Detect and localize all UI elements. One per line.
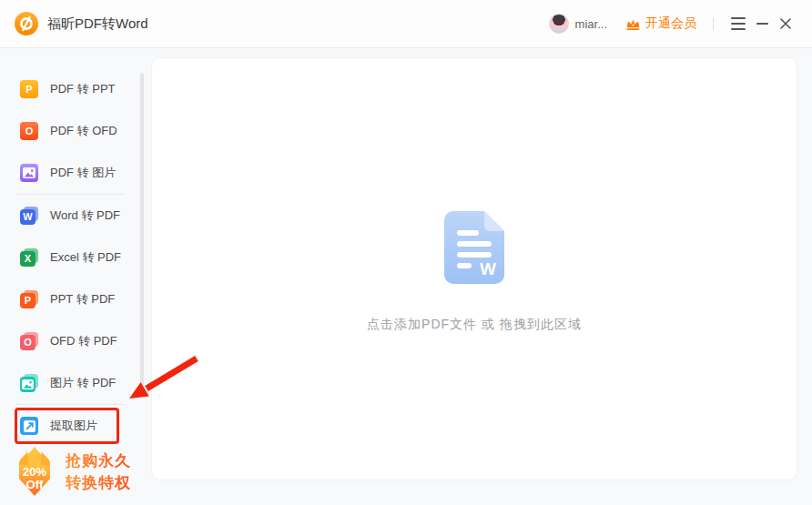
discount-percent: 20% [23, 465, 46, 479]
sidebar-item-label: PPT 转 PDF [50, 291, 115, 308]
menu-button[interactable] [726, 12, 750, 35]
titlebar-divider [713, 17, 714, 31]
sidebar-item-label: 图片 转 PDF [50, 375, 116, 391]
promo-line-1: 抢购永久 [66, 450, 131, 472]
close-icon [779, 17, 792, 30]
sidebar-item-label: PDF 转 OFD [50, 123, 117, 139]
sidebar-item-label: PDF 转 图片 [50, 165, 116, 181]
sidebar-item-pdf-to-image[interactable]: PDF 转 图片 [0, 152, 151, 194]
extract-images-icon [20, 417, 38, 435]
account-button[interactable]: miar... [549, 14, 607, 34]
sidebar-item-word-to-pdf[interactable]: W Word 转 PDF [0, 195, 151, 237]
app-title: 福昕PDF转Word [47, 15, 148, 33]
vip-label: 开通会员 [645, 15, 696, 32]
svg-text:W: W [480, 259, 496, 278]
dropzone[interactable]: W 点击添加PDF文件 或 拖拽到此区域 [151, 57, 797, 480]
sidebar: P PDF 转 PPT O PDF 转 OFD PDF 转 图片 W Word … [0, 48, 151, 505]
ofd-to-pdf-icon: O [20, 332, 38, 350]
pdf-to-ofd-icon: O [20, 122, 38, 140]
promo-banner[interactable]: 20% Off 抢购永久 转换特权 [11, 446, 131, 499]
excel-to-pdf-icon: X [20, 248, 38, 267]
pdf-to-ppt-icon: P [20, 80, 38, 98]
user-avatar [549, 14, 569, 34]
user-name: miar... [575, 17, 607, 31]
minimize-button[interactable] [750, 12, 774, 35]
word-to-pdf-icon: W [20, 207, 38, 225]
sidebar-scrollbar[interactable] [140, 73, 144, 386]
vip-button[interactable]: 开通会员 [625, 15, 696, 32]
pdf-to-image-icon [20, 164, 38, 182]
crown-icon [625, 17, 641, 31]
sidebar-item-pdf-to-ofd[interactable]: O PDF 转 OFD [0, 110, 151, 152]
sidebar-item-ppt-to-pdf[interactable]: P PPT 转 PDF [0, 278, 151, 320]
hamburger-menu-icon [731, 17, 746, 30]
sidebar-item-excel-to-pdf[interactable]: X Excel 转 PDF [0, 237, 151, 278]
pdf-document-icon: W [444, 211, 504, 284]
sidebar-item-label: PDF 转 PPT [50, 81, 116, 97]
sidebar-item-label: OFD 转 PDF [50, 333, 117, 349]
sidebar-item-pdf-to-ppt[interactable]: P PDF 转 PPT [0, 68, 151, 110]
sidebar-item-label: 提取图片 [50, 418, 97, 434]
app-window: 福昕PDF转Word miar... 开通会员 [0, 0, 812, 505]
image-to-pdf-icon [20, 374, 38, 392]
sidebar-item-ofd-to-pdf[interactable]: O OFD 转 PDF [0, 320, 151, 362]
minimize-icon [756, 23, 768, 25]
flame-discount-icon: 20% Off [11, 446, 58, 499]
sidebar-item-image-to-pdf[interactable]: 图片 转 PDF [0, 362, 151, 404]
sidebar-item-label: Word 转 PDF [50, 207, 120, 224]
close-button[interactable] [774, 12, 797, 35]
promo-line-2: 转换特权 [66, 472, 131, 494]
dropzone-hint: 点击添加PDF文件 或 拖拽到此区域 [152, 317, 797, 333]
discount-off: Off [26, 478, 44, 491]
sidebar-item-label: Excel 转 PDF [50, 249, 121, 266]
app-logo-icon [15, 12, 38, 35]
ppt-to-pdf-icon: P [20, 290, 38, 308]
sidebar-item-extract-images[interactable]: 提取图片 [0, 405, 151, 447]
titlebar: 福昕PDF转Word miar... 开通会员 [0, 0, 812, 48]
